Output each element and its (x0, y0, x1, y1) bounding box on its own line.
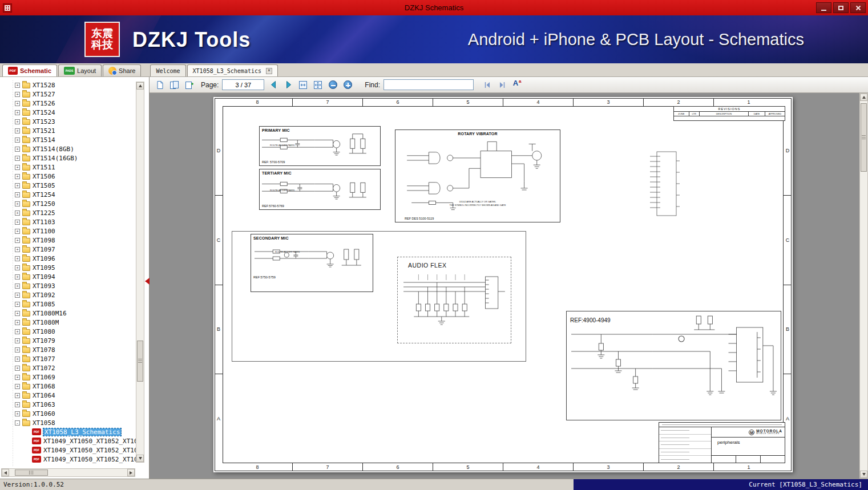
expand-icon[interactable]: + (15, 329, 20, 334)
tree-folder[interactable]: +XT1080M (0, 318, 136, 327)
schematic-page[interactable]: 87654321 87654321 DCBA DCBA REVISIONS ZO… (213, 97, 793, 472)
tree-folder[interactable]: +XT1527 (0, 90, 136, 99)
expand-icon[interactable]: + (15, 347, 20, 353)
expand-icon[interactable]: + (15, 247, 20, 252)
expand-icon[interactable]: + (15, 393, 20, 398)
expand-icon[interactable]: + (15, 357, 20, 362)
tree-folder[interactable]: +XT1080M16 (0, 309, 136, 318)
expand-icon[interactable]: + (15, 384, 20, 389)
tab-schematic[interactable]: PDF Schematic (2, 64, 57, 76)
scrollbar-track[interactable] (136, 90, 144, 455)
facing-pages-icon[interactable] (169, 79, 180, 91)
next-page-button[interactable] (282, 79, 294, 91)
tree-folder[interactable]: +XT1079 (0, 336, 136, 345)
tree-folder[interactable]: +XT1528 (0, 80, 136, 90)
tree-folder[interactable]: +XT1098 (0, 236, 136, 245)
scroll-up-button[interactable] (136, 82, 144, 90)
expand-icon[interactable]: + (15, 302, 20, 307)
scroll-left-button[interactable] (2, 469, 9, 476)
tree-folder[interactable]: +XT1080 (0, 327, 136, 336)
expand-icon[interactable]: + (15, 165, 20, 170)
scrollbar-track[interactable] (860, 101, 867, 471)
tree-folder[interactable]: +XT1095 (0, 263, 136, 272)
scroll-down-button[interactable] (136, 455, 144, 462)
scroll-right-button[interactable] (127, 469, 135, 476)
scroll-down-button[interactable] (860, 471, 867, 478)
expand-icon[interactable]: + (15, 238, 20, 243)
expand-icon[interactable]: + (15, 128, 20, 133)
tree-folder[interactable]: +XT1078 (0, 345, 136, 354)
tree-folder[interactable]: +XT1068 (0, 382, 136, 391)
tree-document[interactable]: PDFXT1049_XT1050_XT1052_XT10 (0, 436, 136, 446)
sidebar-collapse-arrow[interactable] (145, 278, 150, 285)
tree-folder[interactable]: +XT1506 (0, 172, 136, 181)
tree-folder[interactable]: +XT1097 (0, 245, 136, 254)
tree-folder-expanded[interactable]: -XT1058 (0, 418, 136, 427)
tree-folder[interactable]: +XT1077 (0, 354, 136, 363)
tree-document[interactable]: PDFXT1058_L3_Schematics (0, 427, 136, 436)
expand-icon[interactable]: + (15, 183, 20, 188)
scrollbar-thumb[interactable] (15, 469, 48, 476)
zoom-out-button[interactable] (327, 79, 338, 91)
scrollbar-track[interactable] (9, 469, 127, 476)
expand-icon[interactable]: + (15, 274, 20, 280)
tree-folder[interactable]: +XT1514 (0, 135, 136, 144)
find-prev-button[interactable] (482, 79, 493, 91)
expand-icon[interactable]: + (15, 411, 20, 416)
expand-icon[interactable]: + (15, 174, 20, 179)
tree-folder[interactable]: +XT1103 (0, 217, 136, 226)
page-input[interactable] (222, 79, 264, 90)
find-next-button[interactable] (496, 79, 508, 91)
tree-folder[interactable]: +XT1100 (0, 226, 136, 236)
sidebar-horizontal-scrollbar[interactable] (1, 468, 135, 477)
tree-folder[interactable]: +XT1511 (0, 163, 136, 172)
page-copy-icon[interactable] (184, 79, 195, 91)
tree-folder[interactable]: +XT1514(8GB) (0, 144, 136, 153)
tab-layout[interactable]: PADS Layout (58, 64, 102, 76)
collapse-icon[interactable]: - (15, 420, 20, 426)
tree-folder[interactable]: +XT1250 (0, 199, 136, 208)
tree-folder[interactable]: +XT1064 (0, 391, 136, 400)
maximize-button[interactable] (833, 2, 849, 13)
expand-icon[interactable]: + (15, 338, 20, 343)
expand-icon[interactable]: + (15, 293, 20, 298)
expand-icon[interactable]: + (15, 256, 20, 261)
tree-folder[interactable]: +XT1096 (0, 254, 136, 263)
expand-icon[interactable]: + (15, 201, 20, 206)
expand-icon[interactable]: + (15, 147, 20, 152)
single-page-icon[interactable] (154, 79, 165, 91)
find-input[interactable] (383, 79, 474, 90)
tree-document[interactable]: PDFXT1049_XT1050_XT1052_XT10 (0, 455, 136, 464)
expand-icon[interactable]: + (15, 284, 20, 289)
viewer[interactable]: 87654321 87654321 DCBA DCBA REVISIONS ZO… (150, 93, 868, 479)
tree-folder[interactable]: +XT1063 (0, 400, 136, 409)
expand-icon[interactable]: + (15, 110, 20, 115)
close-tab-icon[interactable]: × (266, 68, 272, 74)
tree-folder[interactable]: +XT1093 (0, 281, 136, 290)
tree-folder[interactable]: +XT1524 (0, 108, 136, 117)
expand-icon[interactable]: + (15, 92, 20, 97)
expand-icon[interactable]: + (15, 375, 20, 380)
tree-folder[interactable]: +XT1060 (0, 409, 136, 418)
expand-icon[interactable]: + (15, 119, 20, 124)
scrollbar-thumb[interactable] (137, 341, 143, 382)
expand-icon[interactable]: + (15, 366, 20, 371)
tab-xt1058-l3-schematics[interactable]: XT1058_L3_Schematics × (187, 64, 278, 76)
scroll-up-button[interactable] (860, 94, 867, 101)
expand-icon[interactable]: + (15, 311, 20, 316)
tree-folder[interactable]: +XT1521 (0, 126, 136, 135)
expand-icon[interactable]: + (15, 402, 20, 407)
tree-folder[interactable]: +XT1085 (0, 299, 136, 309)
scrollbar-thumb[interactable] (861, 103, 867, 172)
tab-share[interactable]: Share (103, 64, 141, 76)
fit-page-icon[interactable] (312, 79, 324, 91)
sidebar-vertical-scrollbar[interactable] (136, 82, 144, 463)
tree-document[interactable]: PDFXT1049_XT1050_XT1052_XT10 (0, 446, 136, 455)
viewer-vertical-scrollbar[interactable] (859, 93, 868, 479)
expand-icon[interactable]: + (15, 156, 20, 161)
tree-folder[interactable]: +XT1092 (0, 290, 136, 299)
zoom-in-button[interactable] (342, 79, 353, 91)
tree-folder[interactable]: +XT1225 (0, 208, 136, 217)
expand-icon[interactable]: + (15, 137, 20, 143)
tab-welcome[interactable]: Welcome (150, 64, 185, 76)
